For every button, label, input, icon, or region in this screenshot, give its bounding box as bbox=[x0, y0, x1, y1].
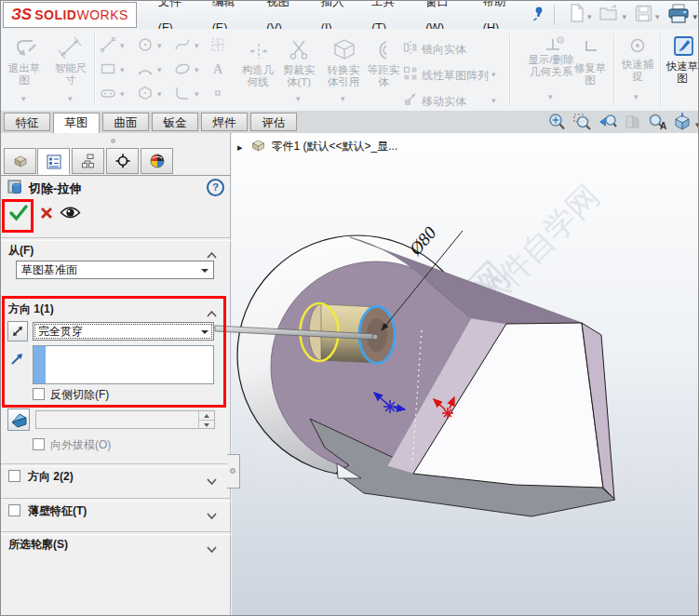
polygon-caret-icon[interactable]: ▾ bbox=[157, 89, 162, 99]
mirror-entities-button[interactable]: 镜向实体 bbox=[422, 42, 466, 58]
tab-display-manager[interactable] bbox=[141, 148, 173, 174]
expand-contours-icon[interactable] bbox=[207, 540, 217, 556]
panel-collapse-handle[interactable] bbox=[227, 454, 240, 489]
print-caret-icon[interactable] bbox=[690, 7, 699, 23]
spline-icon[interactable] bbox=[174, 36, 191, 57]
spinner-down-icon[interactable] bbox=[198, 420, 214, 429]
arc-icon[interactable] bbox=[137, 60, 154, 81]
open-caret-icon[interactable] bbox=[619, 7, 629, 23]
spline-caret-icon[interactable]: ▾ bbox=[195, 41, 199, 50]
offset-entities-icon[interactable] bbox=[371, 40, 392, 64]
panel-grip-dot[interactable] bbox=[111, 139, 115, 143]
ok-button[interactable] bbox=[8, 204, 29, 225]
tab-evaluate[interactable]: 评估 bbox=[250, 113, 297, 131]
section-contours-label[interactable]: 所选轮廓(S) bbox=[8, 537, 68, 553]
dimension-annotation[interactable]: Ø80 bbox=[382, 222, 463, 330]
tab-dimxpert[interactable] bbox=[106, 148, 139, 174]
trim-caret-icon[interactable]: ▾ bbox=[296, 94, 301, 103]
section-view-icon[interactable] bbox=[621, 113, 643, 131]
graphics-viewport[interactable]: 软件自学网 软件自学网 www. bbox=[232, 133, 699, 616]
exit-sketch-icon[interactable] bbox=[12, 36, 38, 64]
thin-feature-checkbox[interactable] bbox=[8, 504, 20, 516]
convert-caret-icon[interactable]: ▾ bbox=[341, 94, 345, 103]
ellipse-icon[interactable] bbox=[174, 60, 191, 81]
tab-sheet-metal[interactable]: 钣金 bbox=[152, 113, 198, 131]
tree-item-part[interactable]: 零件1 (默认<<默认>_显... bbox=[272, 139, 398, 154]
fillet-icon[interactable] bbox=[174, 85, 191, 105]
direction2-checkbox[interactable] bbox=[8, 470, 20, 482]
circle-icon[interactable] bbox=[137, 36, 154, 57]
move-entities-icon[interactable] bbox=[403, 92, 418, 111]
end-condition-select[interactable]: 完全贯穿 bbox=[33, 322, 214, 341]
move-caret-icon[interactable]: ▾ bbox=[491, 96, 496, 105]
exit-sketch-button[interactable]: 退出草图 bbox=[4, 62, 45, 87]
construction-line-button[interactable]: 构造几何线 bbox=[239, 64, 276, 88]
smart-dimension-button[interactable]: 智能尺寸 bbox=[50, 62, 91, 87]
tab-featuremanager-tree[interactable] bbox=[4, 148, 36, 174]
new-document-icon[interactable] bbox=[569, 4, 585, 26]
rapid-sketch-button[interactable]: 快速草图 bbox=[665, 60, 699, 85]
fillet-caret-icon[interactable]: ▾ bbox=[195, 89, 199, 99]
tab-sketch[interactable]: 草图 bbox=[53, 113, 100, 133]
construction-line-icon[interactable] bbox=[249, 42, 269, 64]
text-icon[interactable]: A bbox=[209, 60, 226, 81]
print-icon[interactable] bbox=[667, 4, 690, 27]
collapse-direction1-icon[interactable] bbox=[207, 304, 217, 321]
linear-pattern-button[interactable]: 线性草图阵列 bbox=[422, 68, 489, 84]
cancel-button[interactable] bbox=[40, 207, 53, 223]
move-entities-button[interactable]: 移动实体 bbox=[422, 94, 466, 110]
trim-entities-icon[interactable] bbox=[288, 38, 310, 64]
ellipse-caret-icon[interactable]: ▾ bbox=[195, 65, 199, 74]
repair-sketch-button[interactable]: 修复草图 bbox=[571, 62, 610, 87]
preview-eye-button[interactable] bbox=[60, 206, 81, 223]
point-icon[interactable] bbox=[211, 87, 224, 103]
section-direction1-label[interactable]: 方向 1(1) bbox=[8, 301, 54, 317]
smart-dimension-icon[interactable] bbox=[57, 36, 83, 64]
open-icon[interactable] bbox=[599, 5, 619, 25]
display-relations-button[interactable]: 显示/删除几何关系 bbox=[528, 54, 574, 78]
sketch-circle-selected[interactable] bbox=[359, 307, 395, 364]
spinner-up-icon[interactable] bbox=[198, 411, 214, 420]
direction-rod-tip[interactable] bbox=[372, 334, 378, 340]
convert-entities-button[interactable]: 转换实体引用 bbox=[323, 64, 364, 88]
flip-side-label[interactable]: 反侧切除(F) bbox=[50, 387, 109, 403]
mirror-entities-icon[interactable] bbox=[403, 40, 418, 59]
rapid-sketch-icon[interactable] bbox=[673, 34, 695, 60]
help-button[interactable]: ? bbox=[207, 179, 224, 196]
quick-snap-icon[interactable] bbox=[628, 36, 647, 59]
circle-caret-icon[interactable]: ▾ bbox=[157, 41, 162, 50]
new-document-caret-icon[interactable] bbox=[585, 7, 595, 23]
tab-property-manager[interactable] bbox=[37, 148, 70, 175]
extrude-direction-handle[interactable] bbox=[215, 326, 378, 340]
section-direction2-label[interactable]: 方向 2(2) bbox=[28, 469, 74, 485]
trim-entities-button[interactable]: 剪裁实体(T) bbox=[278, 64, 319, 88]
smart-dimension-caret-icon[interactable]: ▾ bbox=[68, 94, 73, 103]
direction-rod[interactable] bbox=[215, 326, 376, 340]
from-condition-select[interactable]: 草图基准面 bbox=[16, 261, 214, 279]
tab-features[interactable]: 特征 bbox=[4, 113, 50, 131]
repair-sketch-icon[interactable] bbox=[582, 38, 600, 60]
linear-pattern-icon[interactable] bbox=[403, 66, 418, 85]
tab-weldments[interactable]: 焊件 bbox=[201, 113, 248, 131]
draft-angle-spinner[interactable] bbox=[35, 410, 215, 429]
draft-button[interactable] bbox=[7, 408, 30, 431]
rectangle-icon[interactable] bbox=[100, 60, 116, 81]
rectangle-caret-icon[interactable]: ▾ bbox=[120, 65, 125, 74]
tab-configuration-manager[interactable] bbox=[72, 148, 104, 174]
previous-view-icon[interactable] bbox=[596, 113, 618, 131]
feature-tree-flyout[interactable]: 零件1 (默认<<默认>_显... bbox=[237, 138, 397, 155]
quick-snap-button[interactable]: 快速捕捉 bbox=[618, 59, 657, 83]
line-caret-icon[interactable]: ▾ bbox=[120, 41, 125, 50]
model-body[interactable] bbox=[237, 235, 615, 516]
slot-caret-icon[interactable]: ▾ bbox=[120, 89, 125, 99]
3d-model[interactable]: 软件自学网 软件自学网 www. bbox=[210, 133, 699, 616]
exit-sketch-caret-icon[interactable]: ▾ bbox=[21, 94, 26, 103]
expand-thin-feature-icon[interactable] bbox=[207, 506, 217, 523]
view-orientation-caret-icon[interactable] bbox=[692, 114, 699, 131]
flip-side-checkbox[interactable] bbox=[33, 388, 45, 400]
linear-pattern-caret-icon[interactable]: ▾ bbox=[491, 70, 496, 79]
expand-direction2-icon[interactable] bbox=[207, 472, 217, 489]
section-thin-feature-label[interactable]: 薄壁特征(T) bbox=[28, 503, 87, 519]
convert-entities-icon[interactable] bbox=[332, 38, 356, 64]
arc-caret-icon[interactable]: ▾ bbox=[157, 65, 162, 74]
